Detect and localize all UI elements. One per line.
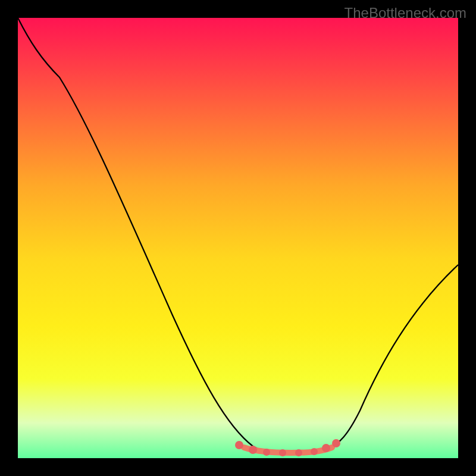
data-marker — [249, 446, 257, 454]
data-marker — [322, 444, 330, 452]
data-marker — [332, 439, 340, 447]
chart-container: TheBottleneck.com — [0, 0, 476, 476]
data-marker — [295, 449, 302, 456]
main-curve — [18, 18, 458, 453]
data-marker — [235, 441, 243, 449]
watermark-text: TheBottleneck.com — [345, 5, 466, 21]
plot-area — [18, 18, 458, 458]
data-marker — [279, 449, 286, 456]
data-marker — [311, 448, 318, 455]
marker-band — [244, 447, 332, 453]
curve-svg — [18, 18, 458, 458]
data-marker — [263, 449, 270, 456]
